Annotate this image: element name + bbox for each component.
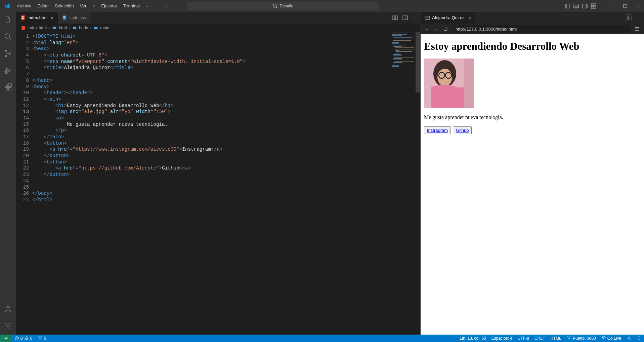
scm-icon[interactable] — [3, 49, 13, 58]
menu-seleccion[interactable]: Selección — [52, 2, 76, 10]
status-cursor-position[interactable]: Lín. 13, col. 50 — [457, 336, 489, 341]
svg-point-78 — [26, 339, 27, 340]
svg-rect-52 — [393, 55, 402, 56]
preview-tab[interactable]: Alejandra Quiroz × — [421, 12, 475, 24]
svg-rect-48 — [395, 50, 399, 51]
status-language[interactable]: HTML — [548, 336, 564, 341]
search-activity-icon[interactable] — [3, 32, 13, 41]
svg-rect-51 — [393, 54, 401, 55]
preview-page: Estoy aprendiendo Desarrollo Web Me gust… — [421, 34, 644, 335]
svg-rect-82 — [627, 339, 631, 340]
svg-rect-43 — [392, 43, 399, 44]
status-port[interactable]: Puerto: 3000 — [564, 336, 599, 341]
preview-paragraph: Me gusta aprender nueva tecnologia. — [424, 114, 641, 120]
nav-back-icon[interactable]: ← — [164, 3, 169, 9]
layout-panel-left-icon[interactable] — [565, 3, 570, 9]
svg-rect-9 — [594, 4, 596, 6]
chevron-right-icon: › — [90, 26, 91, 30]
preview-link-instagram[interactable]: Instragram — [427, 128, 448, 133]
layout-panel-bottom-icon[interactable] — [573, 3, 579, 9]
svg-rect-35 — [94, 27, 98, 29]
preview-tabs: Alejandra Quiroz × ··· — [421, 12, 644, 24]
menu-ver[interactable]: Ver — [77, 2, 89, 10]
svg-point-16 — [5, 34, 10, 38]
minimap[interactable] — [391, 32, 416, 72]
preview-link-github[interactable]: Github — [456, 128, 469, 133]
preview-button-github[interactable]: Github — [453, 126, 472, 134]
svg-rect-8 — [591, 4, 593, 6]
svg-rect-7 — [586, 4, 587, 8]
menu-terminal[interactable]: Terminal — [121, 2, 142, 10]
code-content[interactable]: <!DOCTYPE html><html lang="en"><head> <m… — [32, 32, 420, 335]
svg-line-1 — [276, 7, 277, 8]
breadcrumb[interactable]: index.html › html › body › main — [16, 24, 420, 32]
svg-rect-24 — [5, 87, 8, 90]
status-eol[interactable]: CRLF — [532, 336, 548, 341]
status-golive[interactable]: Go Live — [599, 336, 624, 341]
command-center[interactable]: Desafio — [187, 2, 379, 10]
chevron-right-icon: › — [49, 26, 50, 30]
menu-editar[interactable]: Editar — [35, 2, 51, 10]
svg-point-20 — [9, 53, 11, 54]
html-file-icon — [20, 15, 26, 21]
line-numbers: 1234567891011121314151617181920212223242… — [16, 32, 32, 335]
editor-scrollbar[interactable] — [416, 32, 420, 335]
preview-button-instagram[interactable]: Instragram — [424, 126, 451, 134]
menu-archivo[interactable]: Archivo — [14, 2, 34, 10]
svg-rect-42 — [392, 42, 399, 43]
settings-gear-icon[interactable] — [3, 321, 13, 331]
css-file-icon — [62, 15, 67, 21]
window-maximize-icon[interactable] — [622, 3, 628, 9]
svg-rect-44 — [393, 45, 405, 45]
editor-tabs: index.html × style.css ··· — [16, 12, 420, 24]
window-minimize-icon[interactable] — [609, 3, 614, 9]
app-menu: Archivo Editar Selección Ver Ir Ejecutar… — [14, 2, 152, 10]
status-problems[interactable]: 0 0 — [12, 336, 35, 341]
svg-rect-33 — [53, 27, 56, 29]
preview-forward-icon[interactable]: → — [434, 27, 438, 32]
window-close-icon[interactable] — [636, 3, 641, 9]
tab-more-icon[interactable]: ··· — [636, 15, 640, 20]
tab-close-icon[interactable]: × — [51, 15, 53, 21]
tab-label: style.css — [69, 15, 86, 20]
layout-panel-right-icon[interactable] — [582, 3, 588, 9]
tab-index-html[interactable]: index.html × — [16, 12, 58, 24]
vscode-logo-icon — [4, 3, 10, 9]
status-feedback-icon[interactable] — [624, 336, 634, 341]
preview-back-icon[interactable]: ← — [425, 27, 429, 32]
title-bar: Archivo Editar Selección Ver Ir Ejecutar… — [0, 0, 644, 12]
status-indentation[interactable]: Espacios: 4 — [489, 336, 515, 341]
tab-close-icon[interactable]: × — [469, 15, 471, 20]
tab-label: index.html — [28, 15, 47, 20]
extensions-icon[interactable] — [3, 82, 13, 92]
menu-ir[interactable]: Ir — [90, 2, 98, 10]
split-editor-icon[interactable] — [392, 15, 398, 21]
svg-rect-26 — [9, 84, 11, 86]
nav-forward-icon[interactable]: → — [174, 3, 179, 9]
preview-url-bar[interactable]: http://127.0.0.1:3000/index.html — [453, 25, 630, 33]
preview-navbar: ← → http://127.0.0.1:3000/index.html — [421, 24, 644, 34]
code-editor[interactable]: 1234567891011121314151617181920212223242… — [16, 32, 420, 335]
remote-indicator[interactable] — [0, 335, 12, 342]
svg-rect-58 — [392, 65, 399, 66]
tab-more-icon[interactable]: ··· — [413, 15, 416, 20]
status-bell-icon[interactable] — [634, 336, 644, 341]
svg-line-17 — [9, 38, 11, 40]
layout-customize-icon[interactable] — [591, 3, 596, 9]
preview-reload-icon[interactable] — [443, 26, 448, 32]
preview-menu-icon[interactable] — [635, 26, 640, 32]
svg-rect-41 — [393, 40, 411, 41]
preview-tab-label: Alejandra Quiroz — [432, 15, 465, 20]
menu-ejecutar[interactable]: Ejecutar — [98, 2, 120, 10]
tab-style-css[interactable]: style.css — [58, 12, 90, 24]
svg-point-28 — [7, 325, 9, 327]
menu-overflow[interactable]: ··· — [143, 2, 152, 10]
lock-icon[interactable] — [625, 14, 632, 21]
status-encoding[interactable]: UTF-8 — [515, 336, 532, 341]
status-ports[interactable]: 0 — [35, 336, 49, 341]
explorer-icon[interactable] — [3, 15, 13, 25]
debug-icon[interactable] — [3, 66, 13, 75]
toggle-preview-icon[interactable] — [402, 15, 408, 21]
symbol-icon — [52, 26, 57, 30]
accounts-icon[interactable] — [3, 304, 13, 314]
